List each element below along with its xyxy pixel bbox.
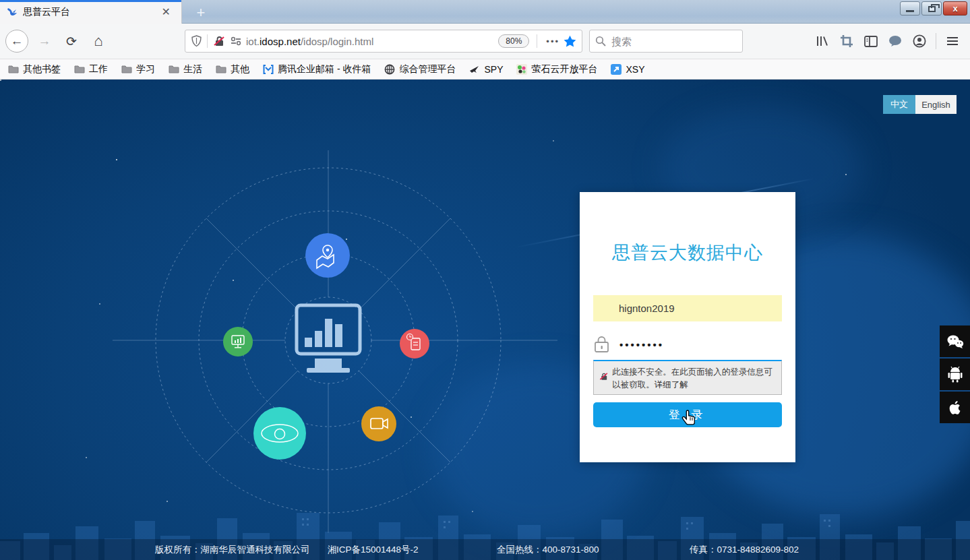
bookmark-folder-other-bookmarks[interactable]: 其他书签	[8, 63, 61, 75]
footer-hotline: 全国热线：400-8731-800	[497, 544, 599, 556]
bookmark-folder-study[interactable]: 学习	[121, 63, 155, 75]
divider	[537, 34, 537, 48]
tab-active[interactable]: 思普云平台 ✕	[0, 0, 182, 24]
bookmark-label: 腾讯企业邮箱 - 收件箱	[278, 63, 371, 75]
url-domain: idosp.net	[260, 36, 301, 47]
close-button[interactable]: x	[943, 1, 967, 15]
satellite-camera-icon	[361, 406, 396, 441]
library-icon	[816, 35, 829, 47]
insecure-connection-warning: 此连接不安全。在此页面输入的登录信息可以被窃取。详细了解	[593, 360, 782, 395]
lang-english-button[interactable]: English	[915, 95, 957, 114]
screenshot-crop-icon	[840, 34, 853, 48]
login-title: 思普云大数据中心	[580, 241, 795, 265]
menu-button[interactable]	[940, 30, 965, 52]
tab-title: 思普云平台	[23, 6, 158, 18]
tracking-shield-icon[interactable]	[191, 35, 202, 47]
navigation-toolbar: ← → ⟳ ⌂ iot.idosp.net/idosp/login.htm	[0, 24, 970, 59]
bookmark-label: 工作	[89, 63, 108, 75]
home-button[interactable]: ⌂	[88, 30, 109, 52]
restore-button[interactable]	[921, 1, 942, 15]
bookmark-label: SPY	[484, 64, 503, 75]
bookmark-folder-life[interactable]: 生活	[169, 63, 202, 75]
tab-favicon-bird-icon	[7, 7, 18, 18]
bookmark-xsy[interactable]: XSY	[611, 64, 644, 75]
permissions-icon[interactable]	[230, 36, 242, 46]
bookmark-star-icon[interactable]	[564, 35, 576, 47]
url-path: /idosp/login.html	[301, 36, 373, 47]
center-monitor-chart-icon	[297, 305, 360, 373]
login-button[interactable]: 登 录	[593, 402, 782, 427]
wechat-icon	[946, 334, 964, 349]
globe-icon	[384, 64, 395, 75]
sidebar-icon	[864, 36, 878, 47]
footer-band	[0, 539, 970, 560]
page-actions-button[interactable]: •••	[546, 36, 559, 46]
ios-app-button[interactable]	[940, 392, 970, 423]
ys-cloud-icon	[516, 64, 527, 75]
account-button[interactable]	[907, 30, 932, 52]
bookmark-folder-work[interactable]: 工作	[74, 63, 108, 75]
folder-icon	[74, 65, 85, 73]
url-subdomain: iot.	[246, 36, 260, 47]
app-download-dock	[940, 325, 970, 423]
new-tab-button[interactable]: +	[191, 4, 211, 22]
password-field[interactable]: ••••••••	[593, 332, 782, 356]
minimize-icon	[906, 10, 914, 12]
messages-button[interactable]	[883, 30, 907, 52]
minimize-button[interactable]	[900, 1, 920, 15]
sidebar-toggle-button[interactable]	[859, 30, 883, 52]
search-icon	[595, 36, 606, 46]
icp-number: 湘ICP备15001448号-2	[328, 545, 419, 555]
language-toggle: 中文 English	[883, 95, 957, 114]
bookmark-ys-cloud[interactable]: 萤石云开放平台	[516, 63, 597, 75]
satellite-monitor-icon	[223, 327, 253, 356]
search-input[interactable]	[611, 36, 726, 47]
footer-copyright: 版权所有：湖南华辰智通科技有限公司湘ICP备15001448号-2	[155, 544, 419, 556]
divider	[936, 33, 936, 49]
back-button[interactable]: ←	[5, 30, 28, 53]
chat-bubble-icon	[888, 35, 903, 47]
satellite-map-pin-icon	[305, 233, 350, 278]
bookmark-tencent-mail[interactable]: 腾讯企业邮箱 - 收件箱	[263, 63, 371, 75]
warning-text: 此连接不安全。在此页面输入的登录信息可以被窃取。详细了解	[612, 366, 776, 392]
account-person-icon	[913, 34, 926, 48]
forward-button[interactable]: →	[34, 30, 55, 52]
library-button[interactable]	[810, 30, 835, 52]
apple-icon	[948, 399, 963, 416]
warning-message: 此连接不安全。在此页面输入的登录信息可以被窃取。	[612, 367, 772, 390]
divider	[207, 34, 208, 48]
username-input[interactable]	[593, 295, 782, 321]
tencent-mail-icon	[263, 65, 274, 74]
bookmark-label: 综合管理平台	[399, 63, 456, 75]
bookmarks-bar: 其他书签 工作 学习 生活 其他 腾讯企业邮箱 - 收件箱	[0, 59, 970, 80]
browser-window: 思普云平台 ✕ + x ← → ⟳ ⌂	[0, 0, 970, 560]
android-app-button[interactable]	[940, 359, 970, 390]
window-controls: x	[900, 1, 967, 15]
bookmark-label: 萤石云开放平台	[531, 63, 597, 75]
login-card: 思普云大数据中心 •••••••• 此连接不安全。在此页面输入的登录信息可以被窃…	[580, 192, 795, 462]
folder-icon	[216, 65, 226, 73]
wechat-button[interactable]	[940, 325, 970, 357]
insecure-lock-icon[interactable]	[212, 35, 226, 47]
bookmark-label: 其他	[231, 63, 249, 75]
bookmark-label: 生活	[183, 63, 202, 75]
reload-button[interactable]: ⟳	[61, 30, 82, 52]
url-text[interactable]: iot.idosp.net/idosp/login.html	[246, 36, 498, 47]
url-bar[interactable]: iot.idosp.net/idosp/login.html 80% •••	[185, 30, 582, 53]
restore-icon	[928, 6, 936, 12]
folder-icon	[169, 65, 179, 73]
search-bar[interactable]	[589, 30, 743, 53]
lang-chinese-button[interactable]: 中文	[883, 95, 915, 114]
toolbar-right-icons	[810, 30, 965, 52]
folder-icon	[121, 65, 132, 73]
folder-icon	[8, 65, 19, 73]
warning-learn-more-link[interactable]: 详细了解	[655, 380, 688, 390]
tab-close-icon[interactable]: ✕	[158, 4, 175, 20]
bookmark-management-platform[interactable]: 综合管理平台	[384, 63, 456, 75]
bookmark-spy[interactable]: SPY	[469, 64, 503, 75]
bookmark-folder-misc[interactable]: 其他	[216, 63, 249, 75]
footer-fax: 传真：0731-84882609-802	[690, 544, 799, 556]
copyright-text: 版权所有：湖南华辰智通科技有限公司	[155, 545, 310, 555]
screenshot-button[interactable]	[835, 30, 859, 52]
zoom-level-badge[interactable]: 80%	[498, 34, 529, 48]
